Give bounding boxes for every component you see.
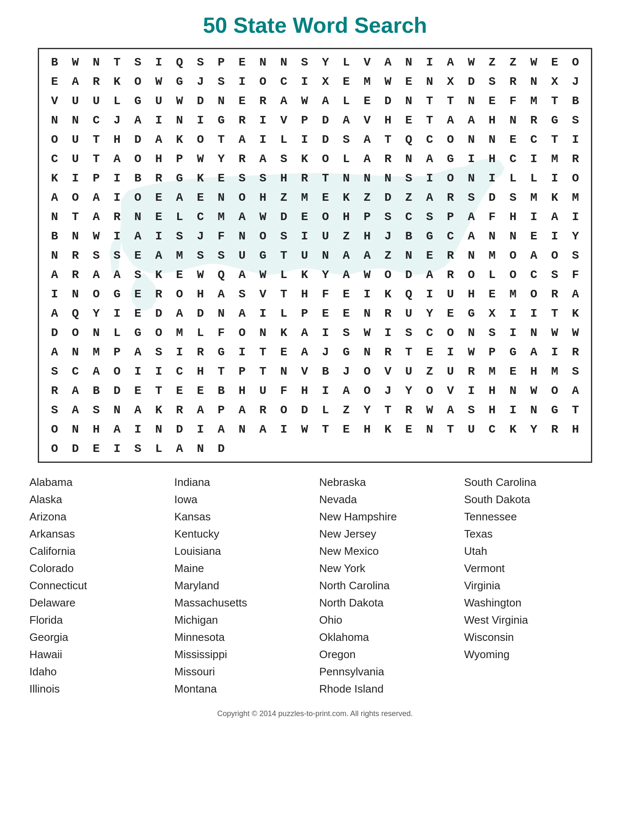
grid-cell: A — [461, 226, 482, 246]
grid-cell: M — [169, 323, 190, 342]
grid-cell: I — [419, 284, 440, 304]
grid-cell: N — [65, 420, 86, 439]
grid-cell: B — [86, 381, 107, 400]
grid-cell: A — [294, 342, 315, 362]
grid-cell: Y — [315, 52, 336, 72]
grid-cell: D — [461, 72, 482, 91]
grid-cell: N — [148, 420, 169, 439]
grid-cell: R — [252, 400, 273, 420]
grid-cell: X — [482, 304, 503, 323]
grid-cell: D — [315, 130, 336, 149]
grid-cell: G — [127, 91, 148, 110]
grid-cell: O — [127, 149, 148, 168]
grid-cell: I — [232, 72, 253, 91]
grid-cell: I — [565, 207, 586, 226]
grid-cell: N — [44, 246, 65, 265]
grid-cell: G — [461, 304, 482, 323]
grid-cell: H — [252, 188, 273, 207]
grid-cell: E — [336, 72, 357, 91]
grid-cell: A — [419, 188, 440, 207]
word-item: Kentucky — [174, 526, 311, 542]
grid-cell: H — [190, 284, 211, 304]
grid-cell: S — [211, 72, 232, 91]
grid-cell: A — [107, 420, 128, 439]
grid-cell: C — [169, 362, 190, 381]
grid-cell: H — [482, 381, 503, 400]
grid-cell: I — [419, 52, 440, 72]
grid-cell: W — [461, 342, 482, 362]
word-item: Tennessee — [464, 509, 601, 525]
grid-cell: R — [86, 72, 107, 91]
grid-cell: T — [565, 400, 586, 420]
grid-cell: A — [127, 342, 148, 362]
grid-cell: A — [44, 188, 65, 207]
grid-cell: N — [461, 168, 482, 188]
grid-cell: K — [148, 265, 169, 284]
grid-cell: O — [252, 226, 273, 246]
grid-cell: T — [419, 110, 440, 130]
grid-cell: U — [398, 362, 419, 381]
word-search-grid: BWNTSIQSPENNSYLVANIAWZZWEOEARKOWGJSIOCIX… — [39, 49, 591, 462]
grid-cell: A — [44, 304, 65, 323]
grid-cell: V — [357, 110, 378, 130]
word-item: Missouri — [174, 664, 311, 680]
grid-cell: S — [190, 246, 211, 265]
grid-cell: I — [148, 52, 169, 72]
grid-cell: E — [419, 246, 440, 265]
grid-cell: S — [273, 149, 294, 168]
grid-cell: W — [65, 52, 86, 72]
grid-cell: C — [44, 149, 65, 168]
grid-cell: O — [378, 265, 399, 284]
grid-cell: N — [190, 439, 211, 458]
grid-cell: W — [357, 265, 378, 284]
grid-cell: K — [544, 188, 565, 207]
word-item: Georgia — [29, 630, 166, 645]
grid-cell: I — [503, 304, 524, 323]
grid-cell: I — [148, 226, 169, 246]
grid-cell: C — [419, 130, 440, 149]
grid-cell: A — [65, 72, 86, 91]
grid-cell: U — [440, 362, 461, 381]
grid-cell: M — [294, 188, 315, 207]
grid-cell: V — [273, 110, 294, 130]
grid-cell: I — [544, 342, 565, 362]
grid-cell: N — [44, 207, 65, 226]
word-item: Connecticut — [29, 578, 166, 593]
grid-cell: W — [523, 381, 544, 400]
grid-cell: A — [419, 265, 440, 284]
grid-cell: N — [357, 304, 378, 323]
grid-cell: U — [65, 130, 86, 149]
grid-cell: P — [357, 207, 378, 226]
grid-cell: E — [440, 304, 461, 323]
grid-cell: N — [44, 110, 65, 130]
word-item: Arizona — [29, 509, 166, 525]
grid-cell: T — [315, 168, 336, 188]
word-item: North Carolina — [319, 578, 456, 593]
grid-cell: E — [482, 91, 503, 110]
grid-cell: S — [544, 265, 565, 284]
grid-cell: A — [86, 362, 107, 381]
grid-cell: H — [336, 207, 357, 226]
grid-cell: R — [65, 246, 86, 265]
grid-cell: T — [211, 362, 232, 381]
grid-cell: R — [107, 207, 128, 226]
grid-cell: W — [252, 207, 273, 226]
grid-cell: W — [294, 420, 315, 439]
grid-cell: N — [273, 52, 294, 72]
grid-cell: J — [378, 226, 399, 246]
grid-cell: W — [523, 52, 544, 72]
grid-cell: Y — [565, 226, 586, 246]
grid-cell: I — [565, 130, 586, 149]
word-item: Colorado — [29, 561, 166, 576]
grid-cell: T — [252, 362, 273, 381]
grid-cell: M — [503, 284, 524, 304]
grid-cell: S — [211, 246, 232, 265]
grid-cell: S — [127, 52, 148, 72]
grid-cell: G — [544, 110, 565, 130]
grid-cell: Q — [169, 52, 190, 72]
grid-cell: F — [211, 226, 232, 246]
word-item: Massachusetts — [174, 595, 311, 611]
grid-cell: D — [190, 91, 211, 110]
grid-cell: H — [482, 149, 503, 168]
grid-cell: A — [86, 207, 107, 226]
